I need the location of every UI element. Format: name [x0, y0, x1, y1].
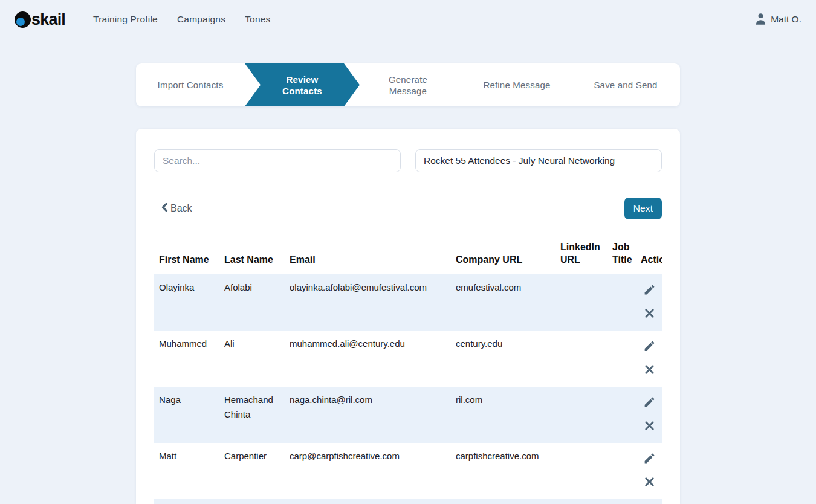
table-row: NancyHuangnancy.huang@digital404.comdigi…	[154, 499, 662, 504]
back-label: Back	[170, 203, 192, 214]
cell-first-name: Olayinka	[154, 274, 219, 331]
col-action: Action	[636, 241, 662, 274]
skail-logo[interactable]: skail	[15, 10, 65, 29]
cell-last-name: Huang	[219, 499, 285, 504]
cell-linkedin-url	[555, 331, 607, 387]
cell-job-title	[607, 331, 636, 387]
cell-email: olayinka.afolabi@emufestival.com	[285, 274, 451, 331]
cell-last-name: Hemachand Chinta	[219, 387, 285, 443]
skail-logo-icon	[15, 11, 31, 28]
review-contacts-card: Back Next First NameLast NameEmailCompan…	[136, 129, 680, 504]
cell-email: carp@carpfishcreative.com	[285, 443, 451, 499]
col-job-title: Job Title	[607, 241, 636, 274]
cell-actions	[636, 443, 662, 499]
next-button[interactable]: Next	[624, 198, 662, 219]
step-save-and-send[interactable]: Save and Send	[571, 63, 680, 106]
col-linkedin-url: LinkedIn URL	[555, 241, 607, 274]
step-label: Generate Message	[374, 74, 442, 97]
delete-row-button[interactable]	[643, 476, 656, 488]
cell-linkedin-url	[555, 499, 607, 504]
cell-email: naga.chinta@ril.com	[285, 387, 451, 443]
step-refine-message[interactable]: Refine Message	[462, 63, 571, 106]
chevron-left-icon	[161, 203, 168, 214]
cell-job-title	[607, 387, 636, 443]
col-company-url: Company URL	[451, 241, 555, 274]
back-button[interactable]: Back	[154, 203, 192, 214]
cell-first-name: Nancy	[154, 499, 219, 504]
cell-last-name: Afolabi	[219, 274, 285, 331]
step-label: Save and Send	[594, 79, 657, 91]
cell-company-url: carpfishcreative.com	[451, 443, 555, 499]
cell-company-url: digital404.com	[451, 499, 555, 504]
toolbar	[154, 149, 662, 172]
cell-first-name: Matt	[154, 443, 219, 499]
step-import-contacts[interactable]: Import Contacts	[136, 63, 245, 106]
nav-item-tones[interactable]: Tones	[245, 14, 270, 25]
table-body: OlayinkaAfolabiolayinka.afolabi@emufesti…	[154, 274, 662, 504]
col-last-name: Last Name	[219, 241, 285, 274]
delete-row-button[interactable]	[643, 363, 656, 376]
wizard-stepper: Import ContactsReview ContactsGenerate M…	[136, 63, 680, 106]
step-review-contacts[interactable]: Review Contacts	[245, 63, 360, 106]
delete-row-button[interactable]	[643, 419, 656, 432]
table-row: OlayinkaAfolabiolayinka.afolabi@emufesti…	[154, 274, 662, 331]
cell-linkedin-url	[555, 274, 607, 331]
skail-logo-text: skail	[31, 10, 65, 29]
cell-actions	[636, 387, 662, 443]
table-header-row: First NameLast NameEmailCompany URLLinke…	[154, 241, 662, 274]
cell-email: nancy.huang@digital404.com	[285, 499, 451, 504]
edit-row-button[interactable]	[643, 396, 656, 409]
edit-row-button[interactable]	[643, 283, 656, 296]
edit-row-button[interactable]	[643, 340, 656, 352]
cell-linkedin-url	[555, 387, 607, 443]
cell-actions	[636, 499, 662, 504]
step-label: Review Contacts	[268, 74, 336, 97]
table-row: MuhammedAlimuhammed.ali@century.educentu…	[154, 331, 662, 387]
contacts-table-wrap: First NameLast NameEmailCompany URLLinke…	[154, 241, 662, 504]
table-row: NagaHemachand Chintanaga.chinta@ril.comr…	[154, 387, 662, 443]
contact-list-input[interactable]	[415, 149, 662, 172]
wizard-nav-row: Back Next	[154, 198, 662, 219]
cell-actions	[636, 331, 662, 387]
cell-last-name: Carpentier	[219, 443, 285, 499]
step-label: Import Contacts	[158, 79, 224, 91]
user-menu[interactable]: Matt O.	[755, 12, 801, 27]
nav-item-training-profile[interactable]: Training Profile	[93, 14, 158, 25]
user-icon	[755, 12, 766, 27]
col-first-name: First Name	[154, 241, 219, 274]
edit-row-button[interactable]	[643, 452, 656, 465]
step-label: Refine Message	[483, 79, 550, 91]
cell-first-name: Muhammed	[154, 331, 219, 387]
cell-company-url: emufestival.com	[451, 274, 555, 331]
nav-links: Training ProfileCampaignsTones	[93, 14, 270, 25]
cell-company-url: century.edu	[451, 331, 555, 387]
nav-item-campaigns[interactable]: Campaigns	[177, 14, 225, 25]
cell-email: muhammed.ali@century.edu	[285, 331, 451, 387]
cell-actions	[636, 274, 662, 331]
cell-job-title	[607, 443, 636, 499]
cell-first-name: Naga	[154, 387, 219, 443]
search-input[interactable]	[154, 149, 401, 172]
step-generate-message[interactable]: Generate Message	[354, 63, 462, 106]
table-row: MattCarpentiercarp@carpfishcreative.comc…	[154, 443, 662, 499]
cell-linkedin-url	[555, 443, 607, 499]
contacts-table: First NameLast NameEmailCompany URLLinke…	[154, 241, 662, 504]
top-nav: skail Training ProfileCampaignsTones Mat…	[0, 0, 816, 39]
cell-job-title	[607, 499, 636, 504]
cell-job-title	[607, 274, 636, 331]
cell-last-name: Ali	[219, 331, 285, 387]
cell-company-url: ril.com	[451, 387, 555, 443]
col-email: Email	[285, 241, 451, 274]
user-name: Matt O.	[771, 14, 801, 25]
delete-row-button[interactable]	[643, 307, 656, 320]
